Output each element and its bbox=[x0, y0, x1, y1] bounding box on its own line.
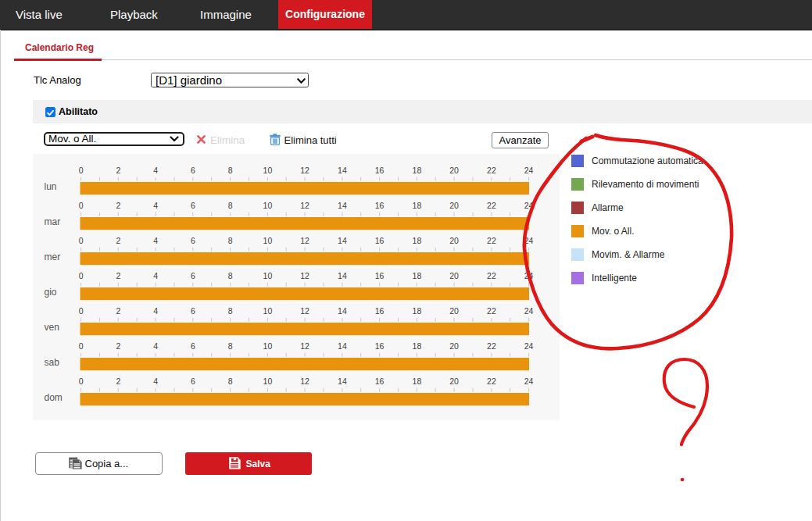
svg-text:16: 16 bbox=[375, 201, 385, 210]
svg-text:0: 0 bbox=[79, 166, 84, 175]
svg-text:22: 22 bbox=[487, 166, 496, 175]
svg-text:20: 20 bbox=[449, 236, 459, 245]
svg-text:18: 18 bbox=[413, 306, 422, 316]
svg-text:22: 22 bbox=[487, 306, 496, 316]
svg-text:6: 6 bbox=[191, 271, 195, 280]
svg-text:10: 10 bbox=[263, 166, 273, 175]
svg-text:8: 8 bbox=[228, 201, 233, 210]
svg-text:18: 18 bbox=[413, 201, 422, 210]
svg-text:8: 8 bbox=[228, 271, 233, 280]
svg-text:6: 6 bbox=[191, 306, 195, 316]
svg-text:10: 10 bbox=[263, 341, 273, 351]
svg-text:14: 14 bbox=[338, 271, 347, 280]
svg-text:10: 10 bbox=[263, 376, 273, 386]
svg-text:2: 2 bbox=[116, 306, 120, 316]
svg-text:8: 8 bbox=[228, 341, 233, 351]
svg-text:12: 12 bbox=[300, 236, 309, 245]
svg-text:4: 4 bbox=[153, 166, 158, 175]
svg-text:2: 2 bbox=[116, 376, 120, 386]
svg-text:0: 0 bbox=[79, 236, 84, 245]
svg-text:22: 22 bbox=[487, 271, 496, 280]
svg-text:18: 18 bbox=[413, 271, 422, 280]
svg-text:4: 4 bbox=[153, 341, 158, 351]
svg-text:4: 4 bbox=[153, 306, 158, 316]
svg-text:lun: lun bbox=[45, 181, 57, 192]
svg-text:10: 10 bbox=[263, 236, 273, 245]
svg-text:18: 18 bbox=[413, 166, 422, 175]
svg-text:22: 22 bbox=[487, 341, 496, 351]
svg-text:20: 20 bbox=[449, 306, 459, 316]
svg-text:0: 0 bbox=[79, 201, 84, 210]
svg-text:dom: dom bbox=[45, 392, 63, 403]
svg-text:24: 24 bbox=[524, 201, 534, 210]
svg-text:gio: gio bbox=[45, 287, 57, 298]
svg-text:12: 12 bbox=[300, 341, 309, 351]
svg-text:12: 12 bbox=[300, 271, 309, 280]
svg-text:6: 6 bbox=[191, 236, 195, 245]
svg-text:0: 0 bbox=[79, 376, 84, 386]
svg-text:24: 24 bbox=[524, 341, 534, 351]
svg-text:22: 22 bbox=[487, 236, 496, 245]
svg-text:8: 8 bbox=[228, 306, 233, 316]
svg-text:16: 16 bbox=[375, 341, 385, 351]
svg-text:18: 18 bbox=[413, 376, 422, 386]
svg-text:sab: sab bbox=[45, 357, 60, 368]
svg-text:ven: ven bbox=[45, 322, 59, 333]
svg-text:16: 16 bbox=[375, 236, 385, 245]
svg-text:22: 22 bbox=[487, 201, 496, 210]
svg-text:14: 14 bbox=[338, 376, 347, 386]
svg-text:6: 6 bbox=[191, 376, 195, 386]
svg-text:2: 2 bbox=[116, 201, 120, 210]
svg-text:2: 2 bbox=[116, 236, 120, 245]
svg-text:14: 14 bbox=[338, 341, 347, 351]
svg-text:20: 20 bbox=[449, 271, 459, 280]
svg-text:4: 4 bbox=[153, 376, 158, 386]
svg-text:6: 6 bbox=[191, 166, 195, 175]
svg-text:24: 24 bbox=[524, 376, 534, 386]
svg-text:16: 16 bbox=[375, 376, 385, 386]
svg-text:14: 14 bbox=[338, 236, 347, 245]
svg-text:mar: mar bbox=[45, 216, 61, 227]
svg-text:12: 12 bbox=[300, 306, 309, 316]
svg-text:2: 2 bbox=[116, 271, 120, 280]
svg-text:6: 6 bbox=[191, 201, 195, 210]
svg-text:10: 10 bbox=[263, 271, 273, 280]
svg-text:4: 4 bbox=[153, 271, 158, 280]
svg-text:mer: mer bbox=[45, 252, 61, 262]
svg-text:14: 14 bbox=[338, 201, 347, 210]
svg-text:20: 20 bbox=[449, 201, 459, 210]
svg-text:12: 12 bbox=[300, 166, 309, 175]
svg-text:14: 14 bbox=[338, 306, 347, 316]
svg-text:20: 20 bbox=[449, 376, 459, 386]
svg-text:10: 10 bbox=[263, 201, 273, 210]
svg-text:16: 16 bbox=[375, 271, 385, 280]
svg-text:18: 18 bbox=[413, 341, 422, 351]
svg-text:16: 16 bbox=[375, 166, 385, 175]
svg-text:2: 2 bbox=[116, 166, 120, 175]
svg-text:24: 24 bbox=[524, 271, 534, 280]
svg-text:4: 4 bbox=[153, 236, 158, 245]
svg-text:2: 2 bbox=[116, 341, 120, 351]
svg-text:0: 0 bbox=[79, 271, 84, 280]
svg-text:20: 20 bbox=[449, 166, 459, 175]
svg-text:6: 6 bbox=[191, 341, 195, 351]
svg-text:0: 0 bbox=[79, 306, 84, 316]
svg-text:8: 8 bbox=[228, 236, 233, 245]
svg-text:22: 22 bbox=[487, 376, 496, 386]
svg-text:12: 12 bbox=[300, 376, 309, 386]
svg-text:24: 24 bbox=[524, 236, 534, 245]
svg-text:8: 8 bbox=[228, 166, 233, 175]
svg-text:16: 16 bbox=[375, 306, 385, 316]
svg-text:20: 20 bbox=[449, 341, 459, 351]
svg-text:14: 14 bbox=[338, 166, 347, 175]
svg-text:24: 24 bbox=[524, 306, 534, 316]
svg-text:8: 8 bbox=[228, 376, 233, 386]
svg-text:10: 10 bbox=[263, 306, 273, 316]
svg-text:18: 18 bbox=[413, 236, 422, 245]
svg-text:4: 4 bbox=[153, 201, 158, 210]
svg-text:0: 0 bbox=[79, 341, 84, 351]
svg-text:24: 24 bbox=[524, 166, 534, 175]
svg-text:12: 12 bbox=[300, 201, 309, 210]
